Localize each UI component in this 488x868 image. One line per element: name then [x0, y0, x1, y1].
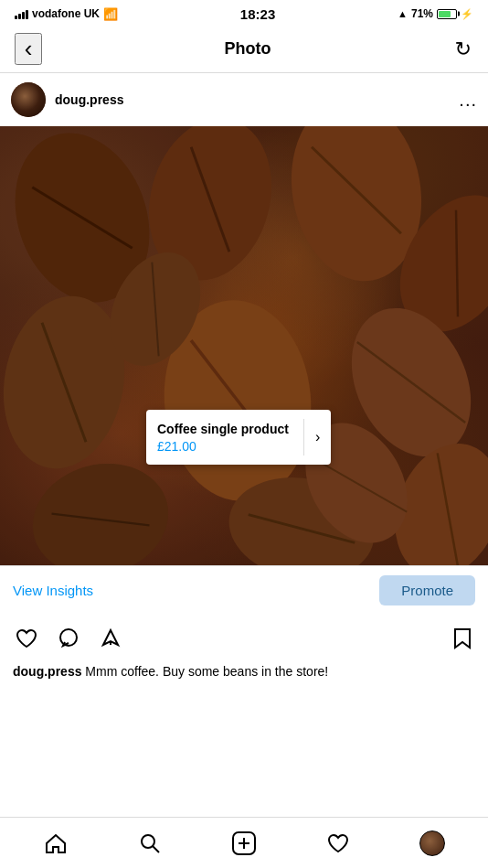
- charging-icon: ⚡: [461, 8, 473, 20]
- chevron-left-icon: ‹: [25, 35, 33, 62]
- post-username[interactable]: doug.press: [55, 92, 123, 107]
- refresh-button[interactable]: ↺: [453, 36, 473, 63]
- product-info: Coffee single product £21.00: [157, 421, 289, 454]
- bottom-nav-profile[interactable]: [385, 818, 479, 868]
- more-options-button[interactable]: ...: [459, 90, 477, 111]
- comment-icon: [57, 627, 80, 650]
- home-icon: [44, 831, 68, 855]
- product-price: £21.00: [157, 439, 289, 454]
- bottom-nav: [0, 817, 488, 868]
- bookmark-button[interactable]: [450, 624, 475, 653]
- svg-line-16: [153, 846, 159, 852]
- action-row: View Insights Promote: [0, 565, 488, 615]
- product-arrow-icon[interactable]: ›: [315, 429, 320, 445]
- battery-percent: 71%: [411, 7, 433, 20]
- back-button[interactable]: ‹: [15, 33, 42, 65]
- wifi-icon: 📶: [103, 7, 118, 21]
- bottom-nav-home[interactable]: [9, 818, 103, 868]
- signal-icon: [15, 8, 28, 19]
- profile-avatar-icon: [419, 830, 445, 856]
- like-button[interactable]: [13, 625, 40, 652]
- caption-text: Mmm coffee. Buy some beans in the store!: [81, 664, 328, 679]
- send-icon: [99, 627, 122, 650]
- page-title: Photo: [225, 39, 271, 59]
- icons-row: [0, 615, 488, 659]
- product-name: Coffee single product: [157, 421, 289, 437]
- battery-icon: [437, 9, 457, 19]
- caption: doug.press Mmm coffee. Buy some beans in…: [0, 659, 488, 692]
- add-icon: [231, 830, 257, 856]
- heart-icon: [15, 627, 38, 650]
- svg-point-15: [142, 835, 154, 848]
- product-tag[interactable]: Coffee single product £21.00 ›: [146, 410, 331, 465]
- status-bar: vodafone UK 📶 18:23 ▲ 71% ⚡: [0, 0, 488, 26]
- refresh-icon: ↺: [455, 38, 472, 61]
- left-icons: [13, 625, 124, 652]
- coffee-background: [0, 126, 488, 565]
- bottom-nav-add[interactable]: [197, 818, 292, 868]
- post-header-left: doug.press: [11, 82, 123, 117]
- heart-nav-icon: [326, 831, 350, 855]
- nav-bar: ‹ Photo ↺: [0, 26, 488, 73]
- share-button[interactable]: [97, 625, 124, 652]
- caption-username[interactable]: doug.press: [13, 664, 81, 679]
- promote-button[interactable]: Promote: [379, 575, 475, 605]
- comment-button[interactable]: [55, 625, 82, 652]
- carrier-label: vodafone UK: [32, 7, 100, 20]
- carrier-info: vodafone UK 📶: [15, 7, 118, 21]
- status-right: ▲ 71% ⚡: [398, 7, 473, 20]
- post-header: doug.press ...: [0, 73, 488, 126]
- avatar[interactable]: [11, 82, 46, 117]
- tag-divider: [303, 419, 304, 455]
- bottom-nav-search[interactable]: [103, 818, 197, 868]
- bottom-nav-heart[interactable]: [291, 818, 385, 868]
- status-time: 18:23: [240, 6, 275, 22]
- view-insights-button[interactable]: View Insights: [13, 583, 93, 598]
- svg-rect-12: [0, 126, 488, 565]
- search-icon: [138, 831, 162, 855]
- bookmark-icon: [451, 626, 473, 651]
- coffee-beans-image: [0, 126, 488, 565]
- location-icon: ▲: [398, 8, 408, 19]
- post-photo: Coffee single product £21.00 ›: [0, 126, 488, 565]
